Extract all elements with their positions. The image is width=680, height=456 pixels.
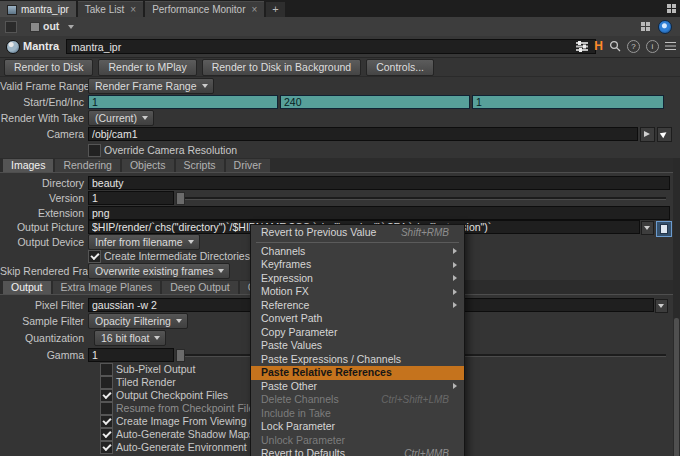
tab-driver[interactable]: Driver: [226, 159, 270, 172]
radial-menu-icon[interactable]: [658, 20, 672, 34]
close-icon[interactable]: ×: [252, 2, 258, 17]
new-tab-button[interactable]: +: [266, 2, 284, 17]
render-with-take-label: Render With Take: [0, 111, 84, 125]
directory-field[interactable]: [88, 176, 670, 190]
menu-item-lock-parameter[interactable]: Lock Parameter: [251, 420, 464, 434]
shortcut-label: Ctrl+MMB: [404, 447, 449, 456]
node-chooser-icon[interactable]: [640, 127, 655, 142]
start-end-inc-label: Start/End/Inc: [0, 95, 84, 109]
tab-output[interactable]: Output: [3, 281, 51, 294]
output-device-label: Output Device: [0, 235, 84, 249]
frame-inc-field[interactable]: [472, 95, 664, 109]
menu-item-reference[interactable]: Reference: [251, 299, 464, 313]
tab-objects[interactable]: Objects: [122, 159, 174, 172]
menu-item-paste-values[interactable]: Paste Values: [251, 339, 464, 353]
houdini-parameters-pane: mantra_ipr Take List × Performance Monit…: [0, 0, 680, 456]
output-device-dropdown[interactable]: Infer from filename: [88, 234, 200, 250]
pane-tab-icon: [7, 5, 17, 15]
version-label: Version: [0, 191, 84, 205]
pane-tab-label: Performance Monitor: [152, 2, 245, 17]
camera-path-field[interactable]: [88, 127, 638, 141]
menu-item-channels[interactable]: Channels: [251, 245, 464, 259]
version-slider-handle[interactable]: [176, 192, 185, 205]
tab-extra-image-planes[interactable]: Extra Image Planes: [53, 281, 161, 294]
menu-item-revert-to-previous-value[interactable]: Revert to Previous Value Shift+RMB: [251, 226, 464, 240]
menu-item-paste-relative-references[interactable]: Paste Relative References: [251, 366, 464, 380]
menu-item-convert-path[interactable]: Convert Path: [251, 312, 464, 326]
tab-rendering[interactable]: Rendering: [55, 159, 119, 172]
menu-arrow-icon[interactable]: [641, 221, 654, 235]
houdini-logo-icon[interactable]: H: [594, 40, 603, 52]
menu-item-paste-other[interactable]: Paste Other: [251, 380, 464, 394]
menu-item-revert-to-defaults[interactable]: Revert to Defaults Ctrl+MMB: [251, 447, 464, 456]
pane-tab-take-list[interactable]: Take List ×: [78, 1, 143, 17]
directory-label: Directory: [0, 176, 84, 190]
menu-item-keyframes[interactable]: Keyframes: [251, 258, 464, 272]
select-from-viewport-icon[interactable]: [657, 127, 672, 142]
menu-icon[interactable]: [665, 42, 676, 51]
menu-item-paste-expressions-channels[interactable]: Paste Expressions / Channels: [251, 353, 464, 367]
vertical-scrollbar[interactable]: [673, 158, 680, 456]
quantization-dropdown[interactable]: 16 bit float: [94, 330, 166, 346]
menu-separator: [256, 242, 459, 243]
skip-rendered-frames-dropdown[interactable]: Overwrite existing frames: [88, 263, 230, 279]
version-slider[interactable]: [176, 197, 666, 200]
extension-label: Extension: [0, 206, 84, 220]
version-field[interactable]: [88, 191, 174, 205]
menu-item-expression[interactable]: Expression: [251, 272, 464, 286]
gamma-slider-handle[interactable]: [176, 349, 185, 362]
sample-filter-dropdown[interactable]: Opacity Filtering: [88, 313, 188, 329]
menu-item-copy-parameter[interactable]: Copy Parameter: [251, 326, 464, 340]
override-camera-resolution-checkbox[interactable]: [88, 144, 101, 157]
pixel-filter-label: Pixel Filter: [0, 298, 84, 312]
tab-images[interactable]: Images: [3, 159, 53, 172]
divider: [0, 76, 680, 77]
render-to-mplay-button[interactable]: Render to MPlay: [98, 59, 196, 76]
controls-button[interactable]: Controls...: [366, 59, 434, 76]
chevron-down-icon[interactable]: [68, 25, 74, 29]
tab-deep-output[interactable]: Deep Output: [162, 281, 238, 294]
gamma-field[interactable]: [88, 348, 174, 362]
gallery-grid-icon[interactable]: [641, 22, 650, 31]
render-to-disk-button[interactable]: Render to Disk: [4, 59, 93, 76]
network-path[interactable]: out: [43, 20, 59, 33]
create-intermediate-directories-label: Create Intermediate Directories: [104, 250, 250, 263]
override-camera-resolution-label: Override Camera Resolution: [104, 144, 237, 157]
mantra-node-icon: [6, 40, 20, 54]
extension-field[interactable]: [88, 206, 670, 220]
create-intermediate-directories-checkbox[interactable]: [88, 250, 101, 263]
parameter-filter-icon[interactable]: [576, 41, 588, 51]
help-icon[interactable]: ?: [627, 40, 640, 53]
search-icon[interactable]: [609, 40, 621, 52]
menu-arrow-icon[interactable]: [655, 299, 668, 313]
frame-start-field[interactable]: [88, 95, 278, 109]
menu-item-motion-fx[interactable]: Motion FX: [251, 285, 464, 299]
frame-end-field[interactable]: [280, 95, 470, 109]
pin-pane-icon[interactable]: [5, 21, 17, 33]
menu-item-delete-channels: Delete Channels Ctrl+Shift+LMB: [251, 393, 464, 407]
valid-frame-range-label: Valid Frame Range: [0, 79, 84, 93]
node-name-field[interactable]: [66, 39, 596, 54]
network-node-icon: [30, 22, 40, 32]
render-with-take-dropdown[interactable]: (Current): [88, 110, 154, 126]
output-picture-label: Output Picture: [0, 220, 84, 234]
shortcut-label: Shift+RMB: [401, 226, 449, 240]
menu-item-unlock-parameter: Unlock Parameter: [251, 434, 464, 448]
close-icon[interactable]: ×: [130, 2, 136, 17]
auto-generate-environment-maps-checkbox[interactable]: [100, 441, 113, 454]
pane-tab-performance-monitor[interactable]: Performance Monitor ×: [145, 1, 264, 17]
pane-tab-mantra-ipr[interactable]: mantra_ipr: [0, 1, 76, 17]
quantization-label: Quantization: [0, 331, 84, 345]
pane-split-icon[interactable]: [667, 4, 676, 13]
node-type-label: Mantra: [23, 39, 59, 54]
pane-tab-bar: mantra_ipr Take List × Performance Monit…: [0, 0, 680, 17]
shortcut-label: Ctrl+Shift+LMB: [381, 393, 449, 407]
scrollbar-thumb[interactable]: [674, 318, 679, 456]
valid-frame-range-dropdown[interactable]: Render Frame Range: [88, 78, 214, 94]
info-icon[interactable]: i: [646, 40, 659, 53]
render-button-row: Render to Disk Render to MPlay Render to…: [4, 59, 680, 75]
sample-filter-label: Sample Filter: [0, 314, 84, 328]
render-background-button[interactable]: Render to Disk in Background: [202, 59, 362, 76]
pane-tab-label: mantra_ipr: [21, 2, 69, 17]
tab-scripts[interactable]: Scripts: [176, 159, 224, 172]
